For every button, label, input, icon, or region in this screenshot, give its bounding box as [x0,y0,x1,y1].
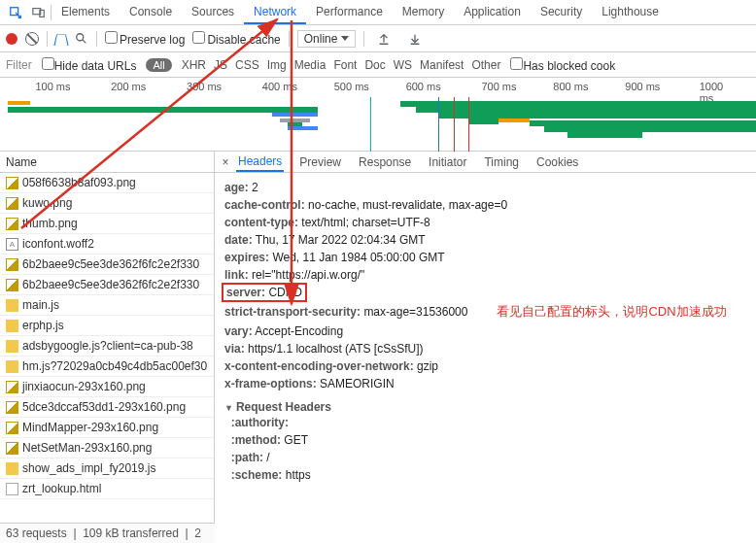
inspect-icon[interactable] [8,5,23,20]
request-row[interactable]: main.js [0,295,214,316]
response-header-row: vary: Accept-Encoding [224,322,746,340]
detail-tab-cookies[interactable]: Cookies [534,153,580,171]
detail-tab-initiator[interactable]: Initiator [427,153,468,171]
type-media[interactable]: Media [294,58,326,72]
request-row[interactable]: 5dce3dccaf53dd1-293x160.png [0,397,214,418]
throttle-select[interactable]: Online [297,30,357,48]
request-row[interactable]: show_ads_impl_fy2019.js [0,458,214,479]
js-file-icon [6,320,18,332]
request-row[interactable]: 058f6638b8af093.png [0,173,214,193]
tick: 800 ms [553,81,588,92]
device-toggle-icon[interactable] [31,5,47,20]
detail-tab-preview[interactable]: Preview [297,153,343,171]
detail-tab-headers[interactable]: Headers [236,153,284,172]
type-xhr[interactable]: XHR [182,58,206,72]
type-filter-all[interactable]: All [146,58,171,72]
response-header-row: strict-transport-security: max-age=31536… [224,301,746,322]
separator [363,31,364,47]
request-name: thumb.png [22,217,78,230]
header-value: text/html; charset=UTF-8 [301,216,430,229]
filter-input[interactable]: Filter [6,58,32,72]
record-button[interactable] [6,33,17,45]
timeline-bars [0,97,756,152]
download-har-icon[interactable] [407,31,423,47]
type-img[interactable]: Img [267,58,287,72]
request-list[interactable]: 058f6638b8af093.pngkuwo.pngthumb.pngAico… [0,173,215,543]
header-value: / [266,451,269,464]
request-row[interactable]: hm.js?72029a0cb49c4db5ac00ef30 [0,356,214,377]
type-filters: XHR JS CSS Img Media Font Doc WS Manifes… [182,58,501,72]
type-js[interactable]: JS [214,58,227,72]
request-headers-section[interactable]: ▼Request Headers [224,400,746,414]
response-header-row: cache-control: no-cache, must-revalidate… [224,196,746,214]
header-value: Accept-Encoding [255,324,343,338]
request-name: NetSetMan-293x160.png [22,441,152,455]
clear-button[interactable] [25,32,39,46]
img-file-icon [6,218,18,230]
header-value: CDND [268,286,302,299]
header-key: strict-transport-security: [224,305,361,319]
request-row[interactable]: 6b2baee9c5ee3de362f6fc2e2f330 [0,255,214,275]
request-name: MindMapper-293x160.png [22,421,158,434]
request-row[interactable]: kuwo.png [0,193,214,214]
request-row[interactable]: zrt_lookup.html [0,479,214,499]
request-name: kuwo.png [22,196,72,210]
request-name: show_ads_impl_fy2019.js [22,461,155,475]
request-row[interactable]: 6b2baee9c5ee3de362f6fc2e2f330 [0,275,214,295]
tick: 100 ms [35,81,70,92]
tab-security[interactable]: Security [531,1,592,24]
disclosure-triangle-icon: ▼ [224,403,233,413]
close-details-button[interactable]: × [215,155,236,169]
tab-network[interactable]: Network [244,1,306,24]
request-row[interactable]: NetSetMan-293x160.png [0,438,214,458]
filter-icon[interactable] [53,34,68,45]
tab-sources[interactable]: Sources [182,1,244,24]
request-row[interactable]: thumb.png [0,214,214,234]
detail-tab-timing[interactable]: Timing [482,153,521,171]
timeline-ticks: 100 ms 200 ms 300 ms 400 ms 500 ms 600 m… [0,78,756,97]
upload-har-icon[interactable] [376,31,392,47]
header-value: 2 [252,181,258,194]
request-row[interactable]: jinxiaocun-293x160.png [0,377,214,397]
tick: 500 ms [334,81,369,92]
response-header-row: age: 2 [224,179,746,196]
tab-application[interactable]: Application [454,1,531,24]
header-key: link: [224,268,249,282]
request-row[interactable]: erphp.js [0,316,214,336]
tab-console[interactable]: Console [120,1,182,24]
separator [289,31,290,47]
type-font[interactable]: Font [333,58,357,72]
headers-panel[interactable]: age: 2cache-control: no-cache, must-reva… [215,173,756,543]
preserve-log-checkbox[interactable]: Preserve log [105,31,185,47]
header-key: date: [224,233,253,247]
tab-lighthouse[interactable]: Lighthouse [592,1,669,24]
header-key: :scheme: [231,468,283,482]
timeline-overview[interactable]: 100 ms 200 ms 300 ms 400 ms 500 ms 600 m… [0,78,756,152]
network-toolbar: Preserve log Disable cache Online [0,25,756,52]
filter-bar: Filter Hide data URLs All XHR JS CSS Img… [0,52,756,78]
tab-memory[interactable]: Memory [393,1,454,24]
header-value: gzip [417,359,438,373]
header-key: cache-control: [224,198,305,212]
column-name[interactable]: Name [0,152,215,172]
hide-data-urls-checkbox[interactable]: Hide data URLs [42,57,137,73]
type-css[interactable]: CSS [235,58,259,72]
detail-tab-response[interactable]: Response [357,153,413,171]
type-other[interactable]: Other [471,58,500,72]
type-doc[interactable]: Doc [364,58,385,72]
blocked-cookies-checkbox[interactable]: Has blocked cook [510,57,615,73]
tab-performance[interactable]: Performance [306,1,393,24]
header-value: rel="https://api.w.org/" [252,268,364,282]
request-row[interactable]: adsbygoogle.js?client=ca-pub-38 [0,336,214,356]
tick: 700 ms [481,81,516,92]
request-row[interactable]: MindMapper-293x160.png [0,418,214,438]
disable-cache-checkbox[interactable]: Disable cache [192,31,280,47]
header-key: :method: [231,433,281,447]
tab-elements[interactable]: Elements [52,1,120,24]
search-icon[interactable] [75,32,88,46]
type-ws[interactable]: WS [394,58,412,72]
type-manifest[interactable]: Manifest [420,58,464,72]
request-name: adsbygoogle.js?client=ca-pub-38 [22,339,193,353]
doc-file-icon [6,483,18,495]
request-row[interactable]: Aiconfont.woff2 [0,234,214,255]
